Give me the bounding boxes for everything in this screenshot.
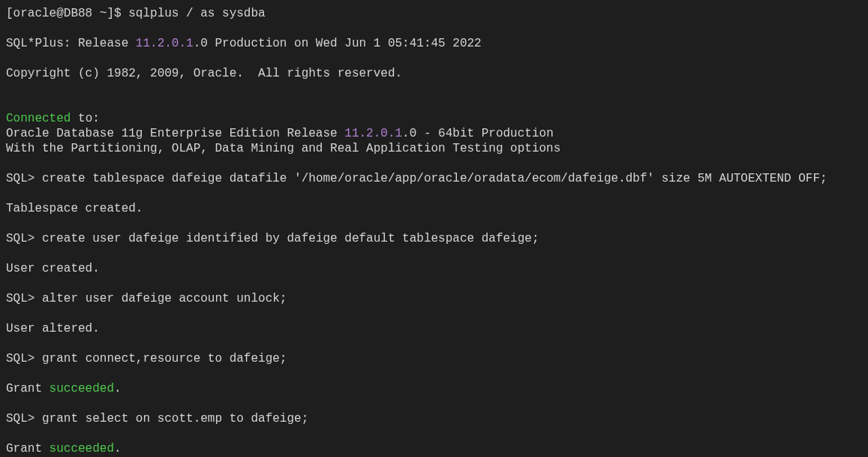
connected-to: to: (71, 112, 99, 125)
blank-line (6, 246, 862, 261)
shell-command: sqlplus / as sysdba (128, 7, 265, 20)
sql-prompt: SQL> (6, 412, 42, 425)
sql-command: grant select on scott.emp to dafeige; (42, 412, 308, 425)
sql-line-grant-connect: SQL> grant connect,resource to dafeige; (6, 351, 862, 366)
shell-prompt: [oracle@DB88 ~]$ (6, 7, 128, 20)
grant-succeeded: succeeded (50, 382, 114, 395)
blank-line (6, 306, 862, 321)
blank-line (6, 186, 862, 201)
sql-command: create tablespace dafeige datafile '/hom… (42, 172, 827, 185)
sql-command: grant connect,resource to dafeige; (42, 352, 287, 365)
sql-line-alter-user: SQL> alter user dafeige account unlock; (6, 291, 862, 306)
sql-prompt: SQL> (6, 352, 42, 365)
release-prefix: SQL*Plus: Release (6, 37, 136, 50)
options-line: With the Partitioning, OLAP, Data Mining… (6, 141, 862, 156)
grant-suffix: . (114, 442, 122, 455)
db-prefix: Oracle Database 11g Enterprise Edition R… (6, 127, 344, 140)
blank-line (6, 366, 862, 381)
blank-line (6, 21, 862, 36)
blank-line (6, 156, 862, 171)
connected-line: Connected to: (6, 111, 862, 126)
grant-succeeded-line: Grant succeeded. (6, 381, 862, 396)
db-version: 11.2.0.1 (344, 127, 402, 140)
oracle-db-line: Oracle Database 11g Enterprise Edition R… (6, 126, 862, 141)
grant-prefix: Grant (6, 442, 50, 455)
db-suffix: .0 - 64bit Production (402, 127, 554, 140)
grant-succeeded-line-2: Grant succeeded. (6, 441, 862, 456)
sql-command: alter user dafeige account unlock; (42, 292, 287, 305)
terminal-output: [oracle@DB88 ~]$ sqlplus / as sysdba SQL… (6, 6, 862, 456)
release-version: 11.2.0.1 (136, 37, 194, 50)
connected-word: Connected (6, 112, 71, 125)
sqlplus-release-line: SQL*Plus: Release 11.2.0.1.0 Production … (6, 36, 862, 51)
blank-line (6, 396, 862, 411)
sql-line-create-user: SQL> create user dafeige identified by d… (6, 231, 862, 246)
copyright-line: Copyright (c) 1982, 2009, Oracle. All ri… (6, 66, 862, 81)
sql-prompt: SQL> (6, 172, 42, 185)
blank-line (6, 51, 862, 66)
sql-command: create user dafeige identified by dafeig… (42, 232, 539, 245)
sql-prompt: SQL> (6, 232, 42, 245)
sql-prompt: SQL> (6, 292, 42, 305)
release-suffix: .0 Production on Wed Jun 1 05:41:45 2022 (194, 37, 482, 50)
grant-prefix: Grant (6, 382, 50, 395)
grant-suffix: . (114, 382, 122, 395)
sql-line-grant-select: SQL> grant select on scott.emp to dafeig… (6, 411, 862, 426)
blank-line (6, 276, 862, 291)
tablespace-created-line: Tablespace created. (6, 201, 862, 216)
grant-succeeded: succeeded (50, 442, 114, 455)
blank-line (6, 336, 862, 351)
shell-prompt-line: [oracle@DB88 ~]$ sqlplus / as sysdba (6, 6, 862, 21)
blank-line (6, 96, 862, 111)
sql-line-create-tablespace: SQL> create tablespace dafeige datafile … (6, 171, 862, 186)
blank-line (6, 216, 862, 231)
user-created-line: User created. (6, 261, 862, 276)
blank-line (6, 426, 862, 441)
user-altered-line: User altered. (6, 321, 862, 336)
blank-line (6, 81, 862, 96)
